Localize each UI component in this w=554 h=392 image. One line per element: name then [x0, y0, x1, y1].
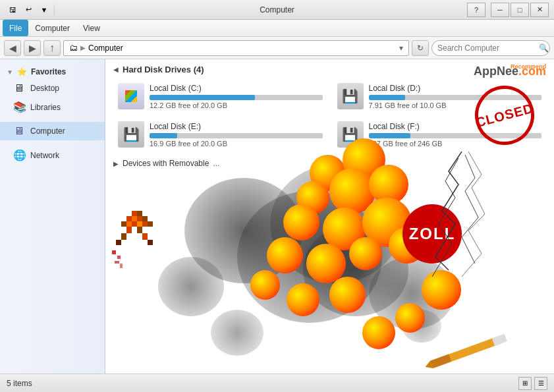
drive-e[interactable]: 💾 Local Disk (E:) 16.9 GB free of 20.0 G…: [113, 118, 327, 151]
address-bar: ◀ ▶ ↑ 🗂 ▶ Computer ▾ ↻ 🔍: [0, 37, 554, 59]
section-arrow[interactable]: ◀: [113, 66, 119, 73]
drive-c[interactable]: Local Disk (C:) 12.2 GB free of 20.0 GB: [113, 80, 327, 113]
search-box[interactable]: 🔍: [431, 40, 550, 56]
address-text: Computer: [88, 43, 123, 53]
menu-view[interactable]: View: [76, 20, 107, 36]
desktop-label: Desktop: [30, 84, 59, 93]
devices-ellipsis: ...: [213, 159, 219, 168]
svg-rect-22: [112, 250, 116, 254]
smoke-7: [211, 310, 263, 356]
drive-d-name: Local Disk (D:): [369, 84, 542, 93]
drive-f-info: Local Disk (F:) 187 GB free of 246 GB: [369, 122, 542, 148]
computer-section: 🖥 Computer: [0, 122, 105, 140]
drive-d-icon: 💾: [337, 83, 364, 109]
status-count: 5 items: [7, 379, 32, 388]
drive-e-bar-bg: [150, 133, 323, 138]
svg-marker-2: [424, 361, 433, 371]
drive-e-icon: 💾: [118, 121, 144, 148]
smoke-8: [402, 310, 441, 343]
computer-label: Computer: [30, 126, 65, 136]
minimize-btn[interactable]: ─: [491, 3, 509, 17]
drive-c-name: Local Disk (C:): [150, 84, 323, 93]
details-view[interactable]: ☰: [534, 377, 547, 390]
save-btn[interactable]: 🖫: [5, 4, 20, 16]
search-input[interactable]: [437, 43, 536, 53]
drive-f[interactable]: 💾 Local Disk (F:) 187 GB free of 246 GB: [333, 118, 547, 151]
favorites-section: ▼ ⭐ Favorites 🖥 Desktop 📚 Libraries: [0, 65, 105, 117]
drive-f-bar-fill: [369, 133, 410, 138]
address-dropdown[interactable]: ▾: [399, 43, 403, 53]
main-layout: ▼ ⭐ Favorites 🖥 Desktop 📚 Libraries 🖥 Co…: [0, 59, 554, 374]
section-title: Hard Disk Drives (4): [123, 65, 204, 74]
drive-e-info: Local Disk (E:) 16.9 GB free of 20.0 GB: [150, 122, 323, 148]
large-icons-view[interactable]: ⊞: [518, 377, 532, 390]
separator: [54, 5, 55, 15]
zoll-text: ZOLL: [409, 225, 456, 243]
favorites-header[interactable]: ▼ ⭐ Favorites: [0, 65, 105, 79]
up-btn[interactable]: ↑: [43, 40, 61, 56]
drive-d[interactable]: 💾 Local Disk (D:) 7.91 GB free of 10.0 G…: [333, 80, 547, 113]
sidebar-item-network[interactable]: 🌐 Network: [0, 146, 105, 165]
devices-arrow[interactable]: ▶: [113, 160, 119, 167]
refresh-btn[interactable]: ↻: [412, 40, 429, 56]
forward-btn[interactable]: ▶: [24, 40, 41, 56]
drive-d-bar-fill: [369, 95, 405, 100]
drive-f-free: 187 GB free of 246 GB: [369, 140, 542, 148]
back-btn[interactable]: ◀: [4, 40, 21, 56]
content-area: ◀ Hard Disk Drives (4) Local Disk (C:) 1…: [105, 59, 554, 374]
smoke-5: [158, 257, 224, 316]
view-icons: ⊞ ☰: [518, 377, 547, 390]
pencil-icon: [422, 325, 515, 374]
window-controls: ? ─ □ ✕: [467, 3, 549, 17]
menu-file[interactable]: File: [3, 20, 28, 36]
drive-e-free: 16.9 GB free of 20.0 GB: [150, 140, 323, 148]
svg-rect-11: [126, 221, 132, 227]
svg-rect-13: [137, 221, 142, 227]
sidebar: ▼ ⭐ Favorites 🖥 Desktop 📚 Libraries 🖥 Co…: [0, 59, 105, 374]
fire-4: [329, 168, 375, 214]
smoke-4: [270, 165, 402, 283]
fire-16: [422, 270, 461, 310]
drive-d-bar-bg: [369, 95, 542, 100]
network-section: 🌐 Network: [0, 146, 105, 165]
svg-rect-7: [132, 216, 137, 221]
svg-rect-16: [126, 227, 132, 233]
menu-bar: File Computer View: [0, 20, 554, 37]
fire-12: [389, 227, 425, 264]
address-input[interactable]: 🗂 ▶ Computer ▾: [63, 40, 409, 56]
address-arrow: ▶: [80, 44, 86, 51]
qa-dropdown[interactable]: ▼: [37, 4, 51, 16]
close-btn[interactable]: ✕: [530, 3, 549, 17]
menu-computer[interactable]: Computer: [28, 20, 76, 36]
svg-rect-9: [142, 216, 148, 221]
sidebar-item-libraries[interactable]: 📚 Libraries: [0, 98, 105, 117]
sidebar-item-desktop[interactable]: 🖥 Desktop: [0, 79, 105, 98]
title-bar: 🖫 ↩ ▼ Computer ? ─ □ ✕: [0, 0, 554, 20]
svg-rect-19: [142, 233, 148, 240]
drive-d-info: Local Disk (D:) 7.91 GB free of 10.0 GB: [369, 84, 542, 109]
maximize-btn[interactable]: □: [511, 3, 529, 17]
svg-rect-23: [117, 256, 121, 259]
watermark: Recommend AppNee.com: [474, 65, 546, 78]
fire-11: [349, 237, 382, 270]
fire-18: [362, 316, 395, 349]
drive-e-bar-fill: [150, 133, 177, 138]
fire-6: [283, 204, 319, 240]
drive-c-icon: [118, 83, 144, 109]
help-btn[interactable]: ?: [467, 3, 485, 17]
fire-13: [250, 270, 280, 300]
address-folder-icon: 🗂: [69, 43, 78, 53]
computer-icon: 🖥: [13, 125, 25, 137]
svg-rect-12: [132, 221, 137, 227]
svg-rect-17: [137, 227, 142, 233]
svg-rect-10: [121, 221, 126, 227]
sidebar-item-computer[interactable]: 🖥 Computer: [0, 122, 105, 140]
network-icon: 🌐: [13, 149, 25, 161]
svg-rect-21: [148, 240, 153, 245]
zoll-badge: ZOLL: [402, 204, 462, 264]
drive-c-free: 12.2 GB free of 20.0 GB: [150, 101, 323, 109]
undo-btn[interactable]: ↩: [21, 4, 36, 16]
drive-c-bar-bg: [150, 95, 323, 100]
svg-rect-15: [148, 221, 153, 227]
smoke-2: [237, 191, 382, 323]
